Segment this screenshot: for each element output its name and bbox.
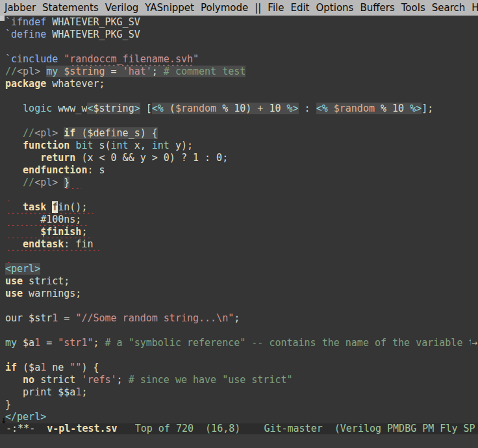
code-token: : s: [87, 164, 105, 176]
code-token: 1: [52, 312, 58, 324]
code-line: endtask: fin: [5, 238, 478, 251]
code-token: : fin: [64, 238, 99, 250]
code-token: <pl>: [17, 66, 40, 77]
menu-item-separator[interactable]: ||: [251, 2, 264, 14]
menu-item-search[interactable]: Search: [429, 2, 469, 14]
code-token: 1: [40, 362, 46, 373]
code-token: s(: [93, 140, 110, 151]
code-token: if: [64, 127, 75, 139]
code-token: #100ns;: [5, 214, 87, 225]
code-token: [58, 127, 64, 139]
menu-item-options[interactable]: Options: [313, 2, 357, 14]
code-token: x,: [129, 140, 152, 151]
menu-item-help[interactable]: Help: [468, 2, 478, 14]
code-token: ($define_s) {: [75, 127, 157, 139]
menu-item-tools[interactable]: Tools: [398, 2, 429, 14]
code-token: "str1": [58, 337, 93, 349]
code-token: %>: [287, 103, 299, 114]
menu-item-jabber[interactable]: Jabber: [1, 2, 39, 14]
code-token: $finish: [40, 226, 81, 238]
code-line: [5, 251, 478, 263]
menu-item-verilog[interactable]: Verilog: [102, 2, 142, 14]
code-line: //<pl> }: [5, 177, 478, 189]
modeline-buffer-name[interactable]: v-pl-test.sv: [47, 423, 117, 434]
code-token: endtask: [23, 238, 64, 250]
code-line: function bit s(int x, int y);: [5, 140, 478, 152]
code-token: ;: [81, 226, 93, 238]
code-token: [5, 189, 11, 201]
code-line: if ($a1 ne "") {: [5, 362, 478, 374]
code-token: [328, 103, 334, 114]
menu-item-file[interactable]: File: [264, 2, 287, 14]
code-token: 'hat': [123, 66, 152, 77]
code-token: =: [58, 312, 75, 324]
code-line: my $a1 = "str1"; # a "symbolic reference…: [5, 337, 478, 349]
menu-item-polymode[interactable]: Polymode: [197, 2, 251, 14]
code-token: [5, 140, 23, 151]
code-token: warnings;: [23, 288, 81, 299]
code-token: use: [5, 275, 23, 287]
code-token: function: [23, 140, 69, 151]
code-token: www_w: [52, 103, 87, 114]
code-token: [46, 201, 52, 213]
code-token: use: [5, 288, 23, 299]
code-line: task fin();: [5, 201, 478, 214]
menu-item-edit[interactable]: Edit: [287, 2, 312, 14]
code-token: 'refs': [81, 374, 116, 386]
menu-item-buffers[interactable]: Buffers: [357, 2, 397, 14]
code-token: [5, 103, 23, 114]
code-token: # comment test: [164, 66, 245, 77]
menu-item-yasnippet[interactable]: YASnippet: [142, 2, 197, 14]
code-token: ne: [46, 362, 69, 373]
code-token: package: [5, 78, 46, 90]
code-token: <%: [152, 103, 164, 114]
code-token: [5, 164, 23, 176]
code-token: WHATEVER_PKG_SV: [46, 16, 140, 28]
code-token: [: [140, 103, 152, 114]
code-token: <pl>: [34, 127, 58, 139]
code-line: print $$a1;: [5, 386, 478, 399]
code-token: }: [64, 177, 69, 188]
code-token: [40, 66, 46, 77]
code-line: no strict 'refs'; # since we have "use s…: [5, 374, 478, 386]
mode-line[interactable]: -:**- v-pl-test.sv Top of 720 (16,8) Git…: [0, 423, 478, 434]
code-token: %>: [410, 103, 421, 114]
code-token: # since we have "use strict": [129, 374, 293, 386]
code-token: ;: [93, 337, 105, 349]
code-token: $string: [93, 103, 134, 114]
code-token: $random: [175, 103, 216, 114]
code-token: //: [23, 127, 34, 139]
code-line: `ifndef WHATEVER_PKG_SV: [5, 16, 478, 29]
code-token: =: [105, 66, 123, 77]
echo-area: (verilog-mode) type:host span:348-411 cl…: [0, 434, 478, 448]
code-line: our $str1 = "//Some random string...\n";: [5, 312, 478, 325]
code-token: ];: [421, 103, 433, 114]
code-token: [5, 177, 23, 188]
editor-buffer[interactable]: `ifndef WHATEVER_PKG_SV`define WHATEVER_…: [0, 16, 478, 423]
code-token: ;: [152, 66, 164, 77]
code-token: ;: [81, 386, 87, 398]
code-token: bit: [75, 140, 93, 151]
modeline-info[interactable]: Top of 720 (16,8) Git-master (Verilog PM…: [118, 423, 475, 434]
code-token: (: [164, 103, 175, 114]
code-line: }: [5, 399, 478, 411]
code-line: endfunction: s: [5, 164, 478, 177]
code-token: my: [5, 337, 17, 349]
code-token: logic: [23, 103, 52, 114]
menu-item-statements[interactable]: Statements: [39, 2, 102, 14]
code-token: <%: [316, 103, 328, 114]
code-token: # a "symbolic reference" -- contains the…: [105, 337, 475, 349]
code-token: ;: [117, 374, 129, 386]
code-token: task: [23, 201, 46, 213]
code-token: % 10: [375, 103, 410, 114]
code-line: [5, 90, 478, 103]
code-token: if: [5, 362, 17, 373]
code-line: <perl>: [5, 263, 478, 275]
code-line: `define WHATEVER_PKG_SV: [5, 29, 478, 41]
code-token: ($a: [17, 362, 40, 373]
code-token: int: [152, 140, 170, 151]
code-token: ;: [234, 312, 240, 324]
code-token: [5, 127, 23, 139]
modeline-info[interactable]: -:**-: [0, 423, 47, 434]
code-line: [5, 349, 478, 362]
